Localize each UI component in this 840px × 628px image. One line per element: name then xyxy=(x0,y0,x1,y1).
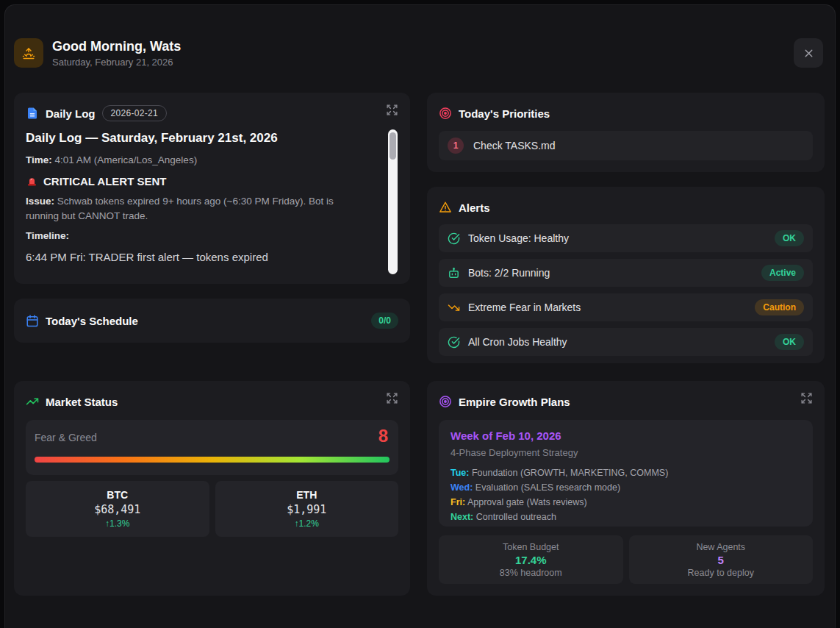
issue-value: Schwab tokens expired 9+ hours ago (~6:3… xyxy=(26,196,334,221)
header: Good Morning, Wats Saturday, February 21… xyxy=(14,38,181,68)
plan-line-tue: Tue: Foundation (GROWTH, MARKETING, COMM… xyxy=(450,465,801,480)
time-label: Time: xyxy=(26,154,52,165)
stat-sub: 83% headroom xyxy=(500,568,562,578)
market-status-card: Market Status Fear & Greed 8 BTC xyxy=(14,381,410,596)
schedule-title: Today's Schedule xyxy=(46,315,138,327)
scrollbar-thumb[interactable] xyxy=(390,132,396,160)
daily-log-card: Daily Log 2026-02-21 Daily Log — Saturda… xyxy=(14,93,410,284)
empire-title: Empire Growth Plans xyxy=(459,396,570,408)
empire-stats-row: Token Budget 17.4% 83% headroom New Agen… xyxy=(439,535,813,584)
target-icon xyxy=(439,107,452,120)
expand-button[interactable] xyxy=(385,391,398,404)
ticker-change: ↑1.2% xyxy=(295,518,319,529)
alert-label: Extreme Fear in Markets xyxy=(468,301,581,313)
check-circle-icon xyxy=(448,232,460,245)
daily-log-time-line: Time: 4:01 AM (America/Los_Angeles) xyxy=(26,153,353,168)
alert-status-badge: OK xyxy=(775,230,804,246)
daily-log-content: Daily Log — Saturday, February 21st, 202… xyxy=(26,131,398,263)
time-value: 4:01 AM (America/Los_Angeles) xyxy=(55,154,198,165)
issue-line: Issue: Schwab tokens expired 9+ hours ag… xyxy=(26,194,353,224)
alert-label: All Cron Jobs Healthy xyxy=(468,336,567,348)
priority-item: 1 Check TASKS.md xyxy=(439,131,813,160)
critical-alert-line: CRITICAL ALERT SENT xyxy=(26,175,353,188)
expand-button[interactable] xyxy=(385,103,398,116)
alert-status-badge: OK xyxy=(775,334,804,350)
alert-label: Bots: 2/2 Running xyxy=(468,267,550,279)
calendar-icon xyxy=(26,314,39,327)
timeline-label-line: Timeline: xyxy=(26,229,353,243)
issue-label: Issue: xyxy=(26,196,54,207)
day-text: Foundation (GROWTH, MARKETING, COMMS) xyxy=(472,468,668,478)
header-text: Good Morning, Wats Saturday, February 21… xyxy=(52,38,181,68)
stat-value: 5 xyxy=(718,554,724,566)
stat-new-agents: New Agents 5 Ready to deploy xyxy=(629,535,814,584)
alert-row: All Cron Jobs Healthy OK xyxy=(439,328,813,356)
alerts-title: Alerts xyxy=(459,201,490,214)
fear-greed-gradient-bar xyxy=(35,457,390,463)
right-column: Today's Priorities 1 Check TASKS.md Aler… xyxy=(427,93,825,596)
daily-log-title: Daily Log xyxy=(46,107,96,120)
ticker-row: BTC $68,491 ↑1.3% ETH $1,991 ↑1.2% xyxy=(26,481,398,537)
alerts-header: Alerts xyxy=(439,199,813,216)
alert-label: Token Usage: Healthy xyxy=(468,232,569,244)
expand-icon xyxy=(800,392,813,404)
schedule-card: Today's Schedule 0/0 xyxy=(14,299,410,343)
stat-label: Token Budget xyxy=(503,542,559,552)
stat-label: New Agents xyxy=(696,542,745,552)
day-text: Approval gate (Wats reviews) xyxy=(467,497,587,507)
alert-row: Extreme Fear in Markets Caution xyxy=(439,293,813,321)
daily-log-header: Daily Log 2026-02-21 xyxy=(26,104,398,122)
left-column: Daily Log 2026-02-21 Daily Log — Saturda… xyxy=(14,93,410,596)
ticker-symbol: ETH xyxy=(296,489,317,501)
sunrise-icon xyxy=(14,38,43,68)
schedule-count-badge: 0/0 xyxy=(371,313,398,329)
day-label: Next: xyxy=(450,512,473,522)
priority-number-badge: 1 xyxy=(448,138,464,154)
priorities-title: Today's Priorities xyxy=(459,107,550,120)
ticker-price: $68,491 xyxy=(94,503,140,516)
close-button[interactable] xyxy=(794,38,823,68)
check-circle-icon xyxy=(448,336,460,349)
plan-line-fri: Fri: Approval gate (Wats reviews) xyxy=(450,495,801,510)
day-label: Fri: xyxy=(450,497,465,507)
file-text-icon xyxy=(26,107,39,120)
week-plan-panel: Week of Feb 10, 2026 4-Phase Deployment … xyxy=(439,420,813,527)
alert-triangle-icon xyxy=(439,201,452,214)
ticker-price: $1,991 xyxy=(287,503,326,516)
day-label: Wed: xyxy=(450,482,473,493)
empire-header: Empire Growth Plans xyxy=(439,393,813,410)
greeting-title: Good Morning, Wats xyxy=(52,38,181,54)
ticker-eth: ETH $1,991 ↑1.2% xyxy=(215,481,399,537)
priorities-card: Today's Priorities 1 Check TASKS.md xyxy=(427,93,825,172)
x-icon xyxy=(803,47,815,60)
plan-line-wed: Wed: Evaluation (SALES research mode) xyxy=(450,480,801,495)
expand-button[interactable] xyxy=(800,391,813,404)
alert-row: Bots: 2/2 Running Active xyxy=(439,259,813,287)
trending-up-icon xyxy=(26,395,39,408)
stat-token-budget: Token Budget 17.4% 83% headroom xyxy=(439,535,623,584)
alerts-card: Alerts Token Usage: Healthy OK xyxy=(427,187,825,363)
ticker-change: ↑1.3% xyxy=(105,518,129,529)
empire-card: Empire Growth Plans Week of Feb 10, 2026… xyxy=(427,381,825,596)
market-header: Market Status xyxy=(26,393,398,410)
scrollbar-track[interactable] xyxy=(388,129,398,274)
fear-greed-value: 8 xyxy=(378,426,388,446)
alert-row: Token Usage: Healthy OK xyxy=(439,224,813,252)
day-label: Tue: xyxy=(450,468,469,478)
daily-log-heading: Daily Log — Saturday, February 21st, 202… xyxy=(26,131,353,146)
plan-line-next: Next: Controlled outreach xyxy=(450,510,801,524)
expand-icon xyxy=(386,104,398,116)
priorities-header: Today's Priorities xyxy=(439,104,813,122)
week-heading: Week of Feb 10, 2026 xyxy=(450,429,801,442)
ticker-symbol: BTC xyxy=(107,489,128,501)
alerts-list: Token Usage: Healthy OK Bots: 2/2 Runnin… xyxy=(439,224,813,356)
trending-down-icon xyxy=(448,301,460,314)
alert-status-badge: Active xyxy=(761,265,804,281)
day-text: Controlled outreach xyxy=(476,512,556,522)
timeline-entry: 6:44 PM Fri: TRADER first alert — tokens… xyxy=(26,251,353,263)
stat-value: 17.4% xyxy=(515,554,547,566)
week-subtitle: 4-Phase Deployment Strategy xyxy=(450,447,801,458)
siren-icon xyxy=(26,175,38,188)
stat-sub: Ready to deploy xyxy=(688,568,754,578)
bot-icon xyxy=(448,267,460,279)
